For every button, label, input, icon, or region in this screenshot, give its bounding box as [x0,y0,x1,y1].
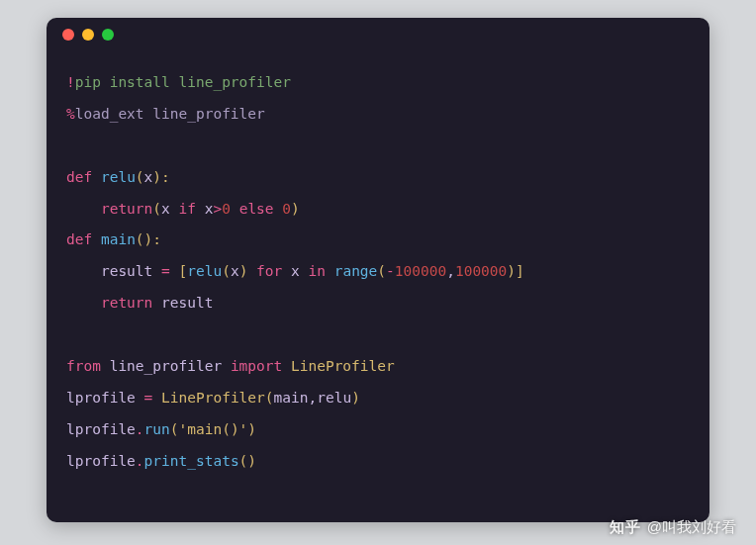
module: line_profiler [101,358,231,374]
paren: )] [507,263,523,279]
paren: ( [377,263,386,279]
bracket: [ [170,263,187,279]
number: 100000 [395,263,446,279]
paren: ( [152,201,161,217]
watermark-text: @叫我刘好看 [647,518,736,537]
code-window: !pip install line_profiler %load_ext lin… [47,18,709,522]
zhihu-logo: 知乎 [610,518,641,537]
var: x [161,201,178,217]
var-lprofile: lprofile [66,421,136,437]
number: 100000 [455,263,507,279]
paren: ( [170,421,179,437]
fn-call: relu [187,263,222,279]
paren: ): [152,169,169,185]
var: x [231,263,239,279]
return-keyword: return [101,295,152,311]
maximize-icon[interactable] [102,29,114,41]
comma: , [446,263,455,279]
for-keyword: for [247,263,291,279]
gt-operator: > [213,201,222,217]
def-keyword: def [66,231,92,247]
else-keyword: else [231,201,282,217]
window-titlebar [47,18,709,51]
var: x [196,201,213,217]
eq-operator: = [161,263,170,279]
import-keyword: import [231,358,282,374]
paren: () [239,453,256,469]
paren: ) [351,390,360,406]
paren: ( [265,390,274,406]
var-lprofile: lprofile [66,453,136,469]
paren: (): [136,231,161,247]
paren: ( [136,169,144,185]
load-ext-cmd: load_ext line_profiler [75,106,265,122]
method-run: run [144,421,170,437]
paren: ( [222,263,231,279]
return-keyword: return [101,201,152,217]
number: 0 [282,201,291,217]
minus-operator: - [386,263,395,279]
class-name: LineProfiler [152,390,265,406]
minimize-icon[interactable] [82,29,94,41]
code-block: !pip install line_profiler %load_ext lin… [47,51,709,498]
var: result [152,295,213,311]
method-print-stats: print_stats [144,453,239,469]
number: 0 [222,201,231,217]
pip-cmd: pip install line_profiler [75,74,291,90]
eq-operator: = [144,390,153,406]
class-name: LineProfiler [282,358,395,374]
in-keyword: in [300,263,334,279]
def-keyword: def [66,169,92,185]
var-result: result [101,263,161,279]
dot-operator: . [136,453,144,469]
dot-operator: . [136,421,144,437]
fn-relu: relu [101,169,136,185]
if-keyword: if [179,201,196,217]
magic-operator: % [66,106,75,122]
comma: , [308,390,317,406]
paren: ) [291,201,300,217]
fn-main: main [101,231,136,247]
from-keyword: from [66,358,101,374]
var: x [291,263,300,279]
string-literal: 'main()' [179,421,248,437]
close-icon[interactable] [62,29,74,41]
bang-operator: ! [66,74,75,90]
var-lprofile: lprofile [66,390,144,406]
paren: ) [247,421,256,437]
arg: relu [317,390,351,406]
fn-range: range [334,263,378,279]
watermark: 知乎 @叫我刘好看 [610,518,736,537]
arg: main [274,390,309,406]
